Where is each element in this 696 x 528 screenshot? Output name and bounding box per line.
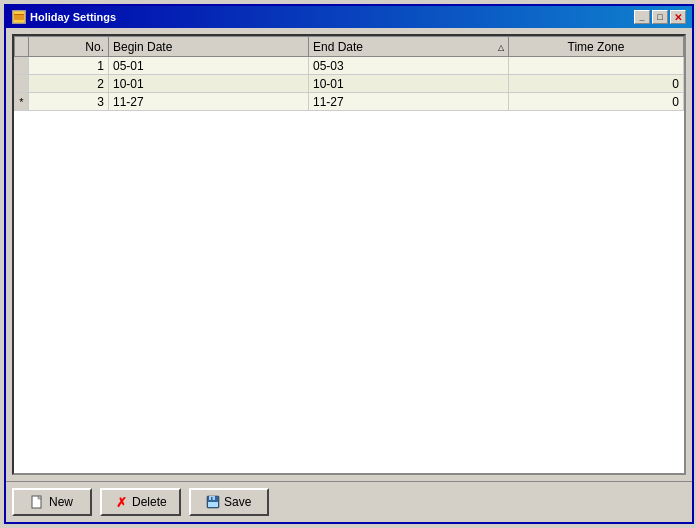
row-indicator <box>15 57 29 75</box>
holiday-settings-window: Holiday Settings _ □ ✕ No. Begin Date En… <box>4 4 694 524</box>
row-timezone: 0 <box>509 93 684 111</box>
row-timezone <box>509 57 684 75</box>
new-icon <box>31 495 45 509</box>
row-begin-date: 10-01 <box>109 75 309 93</box>
svg-rect-3 <box>14 19 24 20</box>
svg-rect-8 <box>208 502 218 507</box>
holiday-table: No. Begin Date End Date Time Zone 105-01… <box>14 36 684 111</box>
save-button[interactable]: Save <box>189 488 269 516</box>
row-no: 1 <box>29 57 109 75</box>
table-row[interactable]: *311-2711-270 <box>15 93 684 111</box>
save-icon <box>206 495 220 509</box>
svg-rect-2 <box>14 17 24 18</box>
row-end-date: 10-01 <box>309 75 509 93</box>
delete-button-label: Delete <box>132 495 167 509</box>
minimize-button[interactable]: _ <box>634 10 650 24</box>
new-button[interactable]: New <box>12 488 92 516</box>
table-container: No. Begin Date End Date Time Zone 105-01… <box>12 34 686 475</box>
delete-icon: ✗ <box>114 495 128 509</box>
svg-rect-9 <box>211 497 213 500</box>
col-header-no: No. <box>29 37 109 57</box>
title-bar: Holiday Settings _ □ ✕ <box>6 6 692 28</box>
row-no: 3 <box>29 93 109 111</box>
title-bar-left: Holiday Settings <box>12 10 116 24</box>
col-header-begin-date: Begin Date <box>109 37 309 57</box>
row-begin-date: 05-01 <box>109 57 309 75</box>
bottom-bar: New ✗ Delete Save <box>6 481 692 522</box>
title-buttons: _ □ ✕ <box>634 10 686 24</box>
row-begin-date: 11-27 <box>109 93 309 111</box>
table-row[interactable]: 105-0105-03 <box>15 57 684 75</box>
close-button[interactable]: ✕ <box>670 10 686 24</box>
new-button-label: New <box>49 495 73 509</box>
maximize-button[interactable]: □ <box>652 10 668 24</box>
row-indicator <box>15 75 29 93</box>
svg-rect-1 <box>14 14 24 16</box>
save-button-label: Save <box>224 495 251 509</box>
row-timezone: 0 <box>509 75 684 93</box>
window-title: Holiday Settings <box>30 11 116 23</box>
content-area: No. Begin Date End Date Time Zone 105-01… <box>6 28 692 481</box>
col-header-end-date: End Date <box>309 37 509 57</box>
window-icon <box>12 10 26 24</box>
row-end-date: 05-03 <box>309 57 509 75</box>
col-header-timezone: Time Zone <box>509 37 684 57</box>
row-end-date: 11-27 <box>309 93 509 111</box>
row-no: 2 <box>29 75 109 93</box>
row-indicator: * <box>15 93 29 111</box>
delete-button[interactable]: ✗ Delete <box>100 488 181 516</box>
table-row[interactable]: 210-0110-010 <box>15 75 684 93</box>
col-header-indicator <box>15 37 29 57</box>
